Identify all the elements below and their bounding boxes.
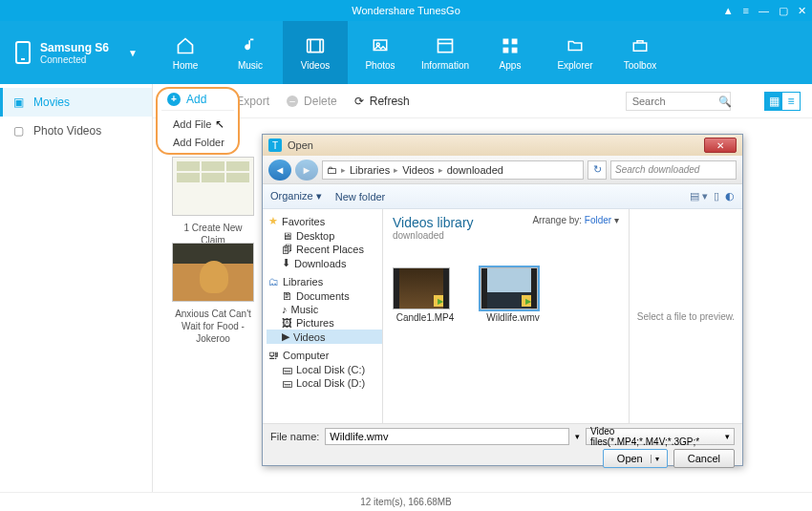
breadcrumb[interactable]: 🗀 ▸ Libraries ▸ Videos ▸ downloaded bbox=[322, 160, 584, 180]
tree-music[interactable]: ♪Music bbox=[267, 303, 382, 316]
delete-button[interactable]: – Delete bbox=[287, 95, 337, 108]
dialog-search[interactable]: Search downloaded bbox=[610, 160, 737, 180]
tree-videos[interactable]: ▶Videos bbox=[267, 330, 382, 344]
search-box[interactable]: 🔍 bbox=[626, 92, 747, 111]
grid-view-icon[interactable]: ▦ bbox=[765, 93, 782, 110]
list-view-icon[interactable]: ≡ bbox=[782, 93, 800, 110]
organize-button[interactable]: Organize ▾ bbox=[270, 190, 322, 202]
tree-favorites[interactable]: ★Favorites bbox=[267, 213, 382, 229]
documents-icon: 🖹 bbox=[282, 290, 292, 302]
file-name: Wildlife.wmv bbox=[481, 312, 545, 323]
video-item[interactable]: 1 Create New Claim bbox=[172, 157, 254, 246]
dialog-refresh-button[interactable]: ↻ bbox=[588, 160, 607, 180]
close-icon[interactable]: ✕ bbox=[798, 5, 806, 17]
svg-rect-10 bbox=[512, 47, 518, 53]
chevron-right-icon: ▸ bbox=[392, 165, 400, 175]
status-text: 12 item(s), 166.68MB bbox=[360, 497, 452, 507]
dialog-close-button[interactable]: ✕ bbox=[704, 138, 737, 153]
star-icon: ★ bbox=[268, 215, 278, 227]
forward-button[interactable]: ► bbox=[295, 160, 318, 181]
photos-icon bbox=[368, 35, 393, 56]
arrange-by[interactable]: Arrange by: Folder ▾ bbox=[532, 215, 619, 225]
dialog-app-icon: T bbox=[268, 138, 282, 152]
user-icon[interactable]: ▲ bbox=[723, 5, 734, 16]
file-item[interactable]: ▶ Candle1.MP4 bbox=[393, 267, 458, 323]
cancel-button[interactable]: Cancel bbox=[673, 449, 735, 468]
tree-computer[interactable]: 🖳Computer bbox=[267, 348, 382, 363]
nav-videos[interactable]: Videos bbox=[283, 21, 348, 84]
open-button[interactable]: Open ▾ bbox=[603, 449, 668, 468]
svg-rect-11 bbox=[633, 43, 647, 51]
view-toggle[interactable]: ▦ ≡ bbox=[764, 92, 801, 111]
add-button-highlighted[interactable]: + Add bbox=[161, 91, 234, 110]
dialog-body: ★Favorites 🖥Desktop 🗐Recent Places ⬇Down… bbox=[263, 209, 742, 423]
apps-icon bbox=[498, 35, 523, 56]
camera-icon: ▢ bbox=[13, 124, 24, 138]
chevron-right-icon: ▸ bbox=[437, 165, 445, 175]
search-input[interactable] bbox=[626, 92, 731, 111]
nav-explorer[interactable]: Explorer bbox=[543, 21, 608, 84]
app-title: Wondershare TunesGo bbox=[352, 5, 460, 16]
tree-desktop[interactable]: 🖥Desktop bbox=[267, 229, 382, 243]
recent-icon: 🗐 bbox=[282, 244, 292, 255]
device-name: Samsung S6 bbox=[40, 41, 109, 54]
file-thumbnail: ▶ bbox=[393, 267, 450, 309]
dialog-nav: ◄ ► 🗀 ▸ Libraries ▸ Videos ▸ downloaded … bbox=[263, 156, 742, 184]
svg-rect-7 bbox=[503, 38, 509, 44]
music-folder-icon: ♪ bbox=[282, 304, 288, 315]
svg-rect-0 bbox=[308, 39, 324, 52]
menu-icon[interactable]: ≡ bbox=[743, 5, 749, 16]
device-selector[interactable]: Samsung S6 Connected ▼ bbox=[0, 21, 153, 84]
preview-pane-icon[interactable]: ▯ bbox=[714, 190, 719, 202]
tree-downloads[interactable]: ⬇Downloads bbox=[267, 256, 382, 270]
nav-apps[interactable]: Apps bbox=[478, 21, 543, 84]
file-item[interactable]: ▶ Wildlife.wmv bbox=[481, 267, 545, 323]
chevron-right-icon: ▸ bbox=[339, 165, 348, 175]
tree-documents[interactable]: 🖹Documents bbox=[267, 289, 382, 303]
filetype-select[interactable]: Video files(*.MP4;*.M4V;*.3GP;*▾ bbox=[586, 428, 735, 445]
nav-information[interactable]: Information bbox=[413, 21, 478, 84]
disk-icon: 🖴 bbox=[282, 377, 292, 389]
file-thumbnail: ▶ bbox=[481, 267, 538, 309]
refresh-button[interactable]: ⟳ Refresh bbox=[354, 95, 410, 108]
tree-recent[interactable]: 🗐Recent Places bbox=[267, 243, 382, 256]
help-icon[interactable]: ◐ bbox=[725, 190, 735, 202]
tree-libraries[interactable]: 🗂Libraries bbox=[267, 274, 382, 289]
open-split-icon[interactable]: ▾ bbox=[651, 455, 663, 463]
tree-disk-c[interactable]: 🖴Local Disk (C:) bbox=[267, 363, 382, 376]
home-icon bbox=[173, 35, 198, 56]
folder-icon: 🗀 bbox=[327, 164, 337, 176]
dialog-titlebar: T Open ✕ bbox=[263, 135, 742, 156]
add-file-item[interactable]: Add File ↖ bbox=[161, 115, 234, 134]
svg-rect-8 bbox=[512, 38, 518, 44]
view-icon[interactable]: ▤ ▾ bbox=[690, 190, 708, 202]
tree-disk-d[interactable]: 🖴Local Disk (D:) bbox=[267, 376, 382, 390]
libraries-icon: 🗂 bbox=[268, 276, 279, 287]
back-button[interactable]: ◄ bbox=[268, 160, 291, 181]
filename-input[interactable] bbox=[325, 428, 569, 445]
file-name: Candle1.MP4 bbox=[393, 312, 458, 323]
nav-home[interactable]: Home bbox=[153, 21, 218, 84]
sidebar-item-photo-videos[interactable]: ▢ Photo Videos bbox=[0, 117, 152, 145]
video-caption: Anxious Cat Can't Wait for Food - Jokero… bbox=[172, 308, 254, 345]
add-folder-item[interactable]: Add Folder bbox=[161, 134, 234, 151]
play-icon: ▶ bbox=[522, 295, 535, 307]
video-item[interactable]: Anxious Cat Can't Wait for Food - Jokero… bbox=[172, 243, 254, 345]
nav-music[interactable]: Music bbox=[218, 21, 283, 84]
phone-icon bbox=[15, 41, 31, 64]
nav-photos[interactable]: Photos bbox=[348, 21, 413, 84]
sidebar-item-movies[interactable]: ▣ Movies bbox=[0, 88, 152, 117]
svg-rect-9 bbox=[503, 47, 509, 53]
maximize-icon[interactable]: ▢ bbox=[779, 5, 788, 17]
new-folder-button[interactable]: New folder bbox=[335, 191, 386, 202]
svg-rect-5 bbox=[438, 39, 453, 52]
window-controls: ▲ ≡ — ▢ ✕ bbox=[723, 0, 806, 21]
information-icon bbox=[433, 35, 458, 56]
computer-icon: 🖳 bbox=[268, 350, 279, 361]
chevron-down-icon: ▼ bbox=[128, 48, 138, 58]
dialog-toolbar: Organize ▾ New folder ▤ ▾ ▯ ◐ bbox=[263, 184, 742, 209]
minimize-icon[interactable]: — bbox=[759, 5, 769, 16]
tree-pictures[interactable]: 🖼Pictures bbox=[267, 316, 382, 330]
library-subtitle: downloaded bbox=[393, 230, 619, 241]
nav-toolbox[interactable]: Toolbox bbox=[608, 21, 673, 84]
